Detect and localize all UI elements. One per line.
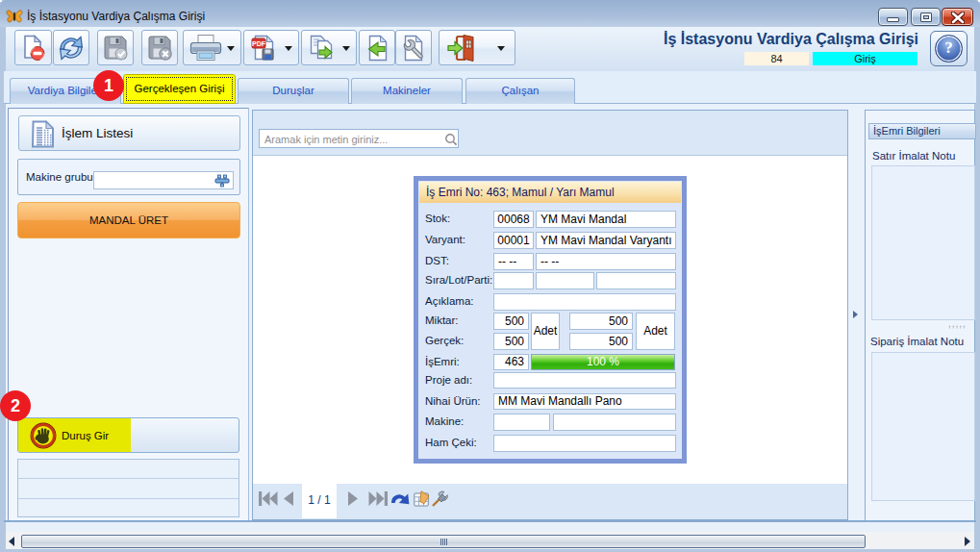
svg-text:PDF: PDF — [252, 39, 266, 46]
